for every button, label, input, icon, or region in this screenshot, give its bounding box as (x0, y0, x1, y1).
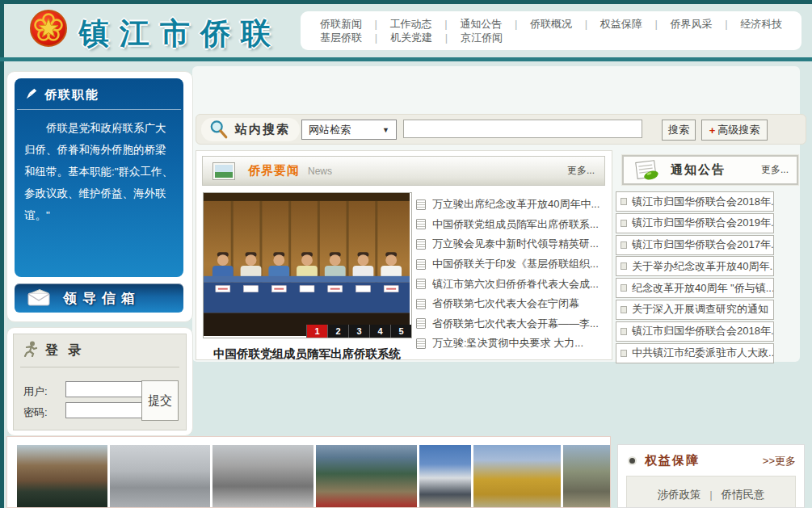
notice-list-item[interactable]: 关于举办纪念改革开放40周年... (616, 256, 774, 276)
nav-item[interactable]: 机关党建 (381, 31, 442, 44)
notice-list-item[interactable]: 镇江市归国华侨联合会2018年... (616, 321, 774, 342)
scenic-photo[interactable] (110, 445, 210, 508)
notice-list-item[interactable]: 关于深入开展调查研究的通知 (616, 300, 774, 320)
login-panel: 登 录 用户: 密码: 提交 (13, 334, 187, 430)
bullet-square-icon (621, 328, 627, 335)
news-list: 万立骏出席纪念改革开放40周年中... 中国侨联党组成员隋军出席侨联系... 万… (416, 195, 608, 354)
document-icon (416, 318, 426, 329)
nav-separator: | (372, 17, 381, 31)
slideshow-pager: 1 2 3 4 5 (306, 325, 411, 338)
notices-title: 通知公告 (671, 162, 726, 178)
nav-row-1: 侨联新闻 | 工作动态 | 通知公告 | 侨联概况 | 权益保障 | 侨界风采 … (310, 17, 792, 31)
pager-page-2[interactable]: 2 (327, 325, 348, 338)
pager-page-4[interactable]: 4 (369, 325, 390, 338)
rights-more-link[interactable]: >>更多 (763, 454, 796, 468)
header-divider-line (0, 57, 812, 61)
advanced-search-button[interactable]: + 高级搜索 (701, 120, 768, 141)
functions-title: 侨联职能 (44, 87, 99, 103)
document-icon (416, 259, 426, 270)
bullet-square-icon (621, 198, 627, 205)
news-list-item[interactable]: 万立骏会见泰中新时代领导精英研... (416, 234, 608, 254)
news-list-item[interactable]: 中国侨联党组成员隋军出席侨联系... (416, 215, 608, 235)
notice-list-item[interactable]: 纪念改革开放40周年 "侨与镇... (616, 278, 774, 298)
nav-item[interactable]: 经济科技 (730, 17, 792, 31)
news-list-item[interactable]: 万立骏:坚决贯彻中央要求 大力... (416, 334, 608, 354)
nav-item[interactable]: 侨联概况 (520, 17, 582, 31)
main-navigation: 侨联新闻 | 工作动态 | 通知公告 | 侨联概况 | 权益保障 | 侨界风采 … (301, 11, 801, 50)
pager-page-5[interactable]: 5 (390, 325, 411, 338)
password-label: 密码: (23, 405, 48, 420)
rights-link-opinion[interactable]: 侨情民意 (722, 489, 765, 501)
document-icon (416, 239, 426, 250)
login-submit-button[interactable]: 提交 (141, 380, 179, 421)
leader-mailbox-button[interactable]: 领导信箱 (15, 283, 183, 313)
rights-links-box: 涉侨政策 | 侨情民意 (626, 476, 796, 508)
nav-item[interactable]: 权益保障 (591, 17, 652, 31)
page: 镇江市侨联 侨联新闻 | 工作动态 | 通知公告 | 侨联概况 | 权益保障 |… (0, 0, 812, 508)
nav-item[interactable]: 基层侨联 (310, 31, 372, 44)
search-icon (209, 120, 229, 140)
nav-item[interactable]: 通知公告 (450, 17, 511, 31)
search-scope-select[interactable]: 网站检索 ▼ (301, 120, 397, 140)
bullet-square-icon (621, 220, 627, 227)
envelope-icon (27, 289, 52, 307)
nav-separator: | (442, 31, 451, 44)
pager-page-1[interactable]: 1 (306, 325, 327, 338)
scenic-photo[interactable] (17, 445, 107, 508)
nav-item[interactable]: 侨界风采 (661, 17, 722, 31)
scenic-photo[interactable] (473, 445, 561, 508)
news-list-item[interactable]: 镇江市第六次归侨侨眷代表大会成... (416, 274, 608, 294)
rights-link-policy[interactable]: 涉侨政策 (657, 489, 701, 501)
notice-list-item[interactable]: 镇江市归国华侨联合会2019年... (616, 213, 774, 233)
notice-list-item[interactable]: 镇江市归国华侨联合会2018年... (616, 191, 774, 212)
scenic-photo[interactable] (316, 445, 417, 508)
bullet-square-icon (621, 241, 627, 249)
pager-page-3[interactable]: 3 (348, 325, 369, 338)
news-slideshow[interactable]: 1 2 3 4 5 (203, 192, 412, 338)
notice-item-text: 镇江市归国华侨联合会2017年... (632, 237, 774, 252)
bullet-square-icon (621, 262, 627, 270)
bullet-square-icon (621, 350, 627, 357)
page-top-border (0, 0, 812, 4)
news-list-item[interactable]: 省侨联第七次代表大会开幕——李... (416, 314, 608, 334)
news-more-link[interactable]: 更多... (567, 164, 595, 178)
password-input[interactable] (65, 402, 146, 418)
nav-item[interactable]: 京江侨闻 (451, 31, 512, 44)
nav-separator: | (441, 17, 450, 31)
username-input[interactable] (65, 381, 146, 397)
rights-title: 权益保障 (645, 453, 700, 468)
notices-more-link[interactable]: 更多... (761, 163, 789, 177)
news-list-item[interactable]: 省侨联第七次代表大会在宁闭幕 (416, 294, 608, 314)
news-list-item[interactable]: 万立骏出席纪念改革开放40周年中... (416, 195, 608, 215)
search-section-label: 站内搜索 (235, 122, 290, 137)
notice-item-text: 镇江市归国华侨联合会2019年... (632, 216, 774, 230)
search-button[interactable]: 搜索 (662, 120, 696, 141)
document-icon (416, 279, 426, 289)
scenic-photo-strip (6, 436, 611, 508)
news-item-text: 省侨联第七次代表大会开幕——李... (432, 317, 599, 331)
news-item-text: 万立骏会见泰中新时代领导精英研... (432, 237, 599, 251)
notices-header: 通知公告 更多... (622, 155, 798, 185)
login-divider (20, 367, 179, 367)
scenic-photo[interactable] (563, 445, 611, 508)
news-item-text: 镇江市第六次归侨侨眷代表大会成... (432, 277, 599, 292)
scenic-photo[interactable] (212, 445, 313, 508)
nav-item[interactable]: 工作动态 (381, 17, 442, 31)
slideshow-caption[interactable]: 中国侨联党组成员隋军出席侨联系统 (203, 343, 411, 360)
scenic-photo[interactable] (419, 445, 471, 508)
nav-separator: | (582, 17, 591, 31)
bullet-square-icon (621, 306, 627, 313)
functions-divider (17, 109, 181, 110)
site-logo-icon (29, 9, 68, 48)
plus-icon: + (709, 124, 716, 136)
mailbox-label: 领导信箱 (63, 289, 141, 308)
news-list-item[interactable]: 中国侨联关于印发《基层侨联组织... (416, 254, 608, 275)
nav-separator: | (652, 17, 661, 31)
notice-item-text: 镇江市归国华侨联合会2018年... (632, 195, 774, 209)
notice-list-item[interactable]: 中共镇江市纪委派驻市人大政... (616, 343, 774, 363)
nav-item[interactable]: 侨联新闻 (310, 17, 372, 31)
notice-list-item[interactable]: 镇江市归国华侨联合会2017年... (616, 235, 774, 255)
search-input[interactable] (403, 120, 642, 138)
site-search-bar: 站内搜索 网站检索 ▼ 搜索 + 高级搜索 (196, 114, 806, 145)
picture-icon (212, 162, 235, 180)
